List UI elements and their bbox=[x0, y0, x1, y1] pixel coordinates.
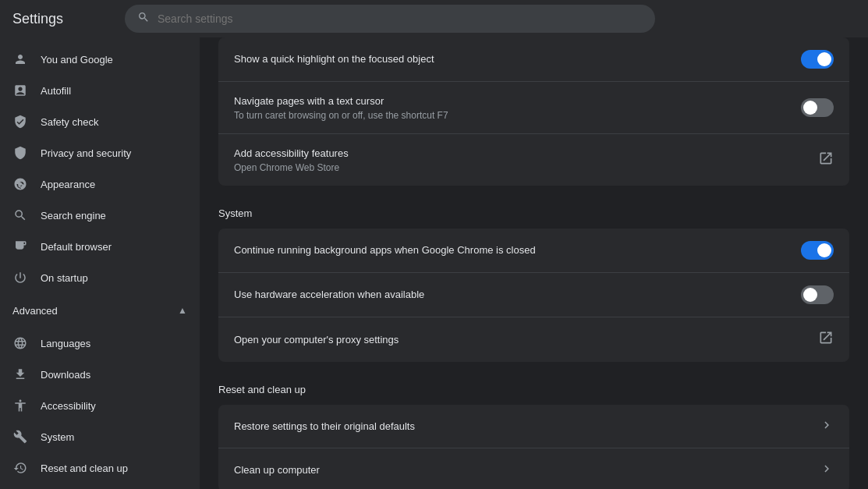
sidebar-label-reset: Reset and clean up bbox=[41, 462, 128, 474]
clean-up-computer-row[interactable]: Clean up computer bbox=[218, 448, 849, 489]
sidebar-label-default-browser: Default browser bbox=[41, 241, 112, 253]
advanced-chevron-icon: ▲ bbox=[178, 305, 187, 316]
highlight-focused-row[interactable]: Show a quick highlight on the focused ob… bbox=[218, 37, 849, 82]
sidebar-label-search-engine: Search engine bbox=[41, 210, 106, 221]
sidebar-item-downloads[interactable]: Downloads bbox=[0, 359, 200, 390]
add-accessibility-title: Add accessibility features bbox=[234, 147, 806, 161]
system-card: Continue running background apps when Go… bbox=[218, 229, 849, 362]
proxy-settings-row[interactable]: Open your computer's proxy settings bbox=[218, 317, 849, 362]
hardware-accel-title: Use hardware acceleration when available bbox=[234, 288, 788, 302]
main-layout: You and Google Autofill Safety check Pri… bbox=[0, 37, 868, 489]
sidebar-item-system[interactable]: System bbox=[0, 421, 200, 452]
accessibility-icon bbox=[12, 398, 28, 413]
clean-up-arrow bbox=[820, 462, 834, 479]
text-cursor-row[interactable]: Navigate pages with a text cursor To tur… bbox=[218, 82, 849, 134]
search-bar[interactable] bbox=[125, 5, 655, 33]
toggle-thumb-bg bbox=[817, 243, 831, 257]
sidebar-item-appearance[interactable]: Appearance bbox=[0, 168, 200, 200]
toggle-text-cursor[interactable] bbox=[801, 98, 834, 117]
add-accessibility-row[interactable]: Add accessibility features Open Chrome W… bbox=[218, 134, 849, 186]
sidebar: You and Google Autofill Safety check Pri… bbox=[0, 37, 200, 489]
highlight-focused-title: Show a quick highlight on the focused ob… bbox=[234, 52, 788, 66]
sidebar-item-privacy-security[interactable]: Privacy and security bbox=[0, 137, 200, 168]
sidebar-label-appearance: Appearance bbox=[41, 179, 95, 190]
sidebar-item-on-startup[interactable]: On startup bbox=[0, 262, 200, 293]
add-accessibility-external-icon bbox=[818, 151, 834, 170]
sidebar-label-languages: Languages bbox=[41, 338, 90, 349]
clean-up-title: Clean up computer bbox=[234, 463, 807, 477]
settings-title: Settings bbox=[12, 11, 106, 27]
appearance-icon bbox=[12, 176, 28, 192]
sidebar-label-you-and-google: You and Google bbox=[41, 54, 113, 66]
accessibility-card: Show a quick highlight on the focused ob… bbox=[218, 37, 849, 186]
add-accessibility-subtitle: Open Chrome Web Store bbox=[234, 162, 806, 173]
sidebar-item-default-browser[interactable]: Default browser bbox=[0, 231, 200, 262]
sidebar-label-privacy: Privacy and security bbox=[41, 147, 131, 159]
proxy-text: Open your computer's proxy settings bbox=[234, 333, 806, 347]
toggle-thumb-highlight bbox=[817, 52, 831, 66]
sidebar-item-safety-check[interactable]: Safety check bbox=[0, 106, 200, 137]
on-startup-icon bbox=[12, 270, 28, 285]
settings-header: Settings bbox=[0, 0, 868, 37]
toggle-hardware[interactable] bbox=[801, 285, 834, 304]
sidebar-label-on-startup: On startup bbox=[41, 272, 88, 284]
reset-card: Restore settings to their original defau… bbox=[218, 405, 849, 489]
hardware-accel-text: Use hardware acceleration when available bbox=[234, 288, 788, 302]
system-section-title: System bbox=[218, 192, 849, 229]
sidebar-item-languages[interactable]: Languages bbox=[0, 328, 200, 359]
clean-up-text: Clean up computer bbox=[234, 463, 807, 477]
safety-check-icon bbox=[12, 114, 28, 129]
background-apps-title: Continue running background apps when Go… bbox=[234, 243, 788, 257]
languages-icon bbox=[12, 335, 28, 351]
sidebar-item-search-engine[interactable]: Search engine bbox=[0, 200, 200, 231]
toggle-thumb-hw bbox=[803, 288, 817, 302]
search-icon bbox=[137, 11, 150, 27]
hardware-accel-toggle[interactable] bbox=[801, 285, 834, 304]
settings-content: Show a quick highlight on the focused ob… bbox=[200, 37, 868, 489]
search-engine-icon bbox=[12, 207, 28, 223]
person-icon bbox=[12, 51, 28, 67]
advanced-section-header[interactable]: Advanced ▲ bbox=[0, 293, 200, 328]
highlight-focused-toggle[interactable] bbox=[801, 50, 834, 69]
privacy-icon bbox=[12, 145, 28, 161]
background-apps-text: Continue running background apps when Go… bbox=[234, 243, 788, 257]
toggle-highlight[interactable] bbox=[801, 50, 834, 69]
hardware-acceleration-row[interactable]: Use hardware acceleration when available bbox=[218, 273, 849, 317]
sidebar-label-autofill: Autofill bbox=[41, 85, 71, 97]
advanced-label: Advanced bbox=[12, 305, 178, 317]
sidebar-item-reset-clean[interactable]: Reset and clean up bbox=[0, 452, 200, 484]
restore-defaults-title: Restore settings to their original defau… bbox=[234, 420, 807, 434]
proxy-title: Open your computer's proxy settings bbox=[234, 333, 806, 347]
reset-section-title: Reset and clean up bbox=[218, 368, 849, 405]
highlight-focused-text: Show a quick highlight on the focused ob… bbox=[234, 52, 788, 66]
restore-defaults-row[interactable]: Restore settings to their original defau… bbox=[218, 405, 849, 448]
add-accessibility-text: Add accessibility features Open Chrome W… bbox=[234, 147, 806, 173]
autofill-icon bbox=[12, 83, 28, 98]
text-cursor-title: Navigate pages with a text cursor bbox=[234, 94, 788, 108]
text-cursor-text: Navigate pages with a text cursor To tur… bbox=[234, 94, 788, 121]
sidebar-label-safety-check: Safety check bbox=[41, 116, 98, 128]
background-apps-row[interactable]: Continue running background apps when Go… bbox=[218, 229, 849, 273]
toggle-thumb-cursor bbox=[803, 101, 817, 115]
sidebar-label-system: System bbox=[41, 431, 74, 443]
sidebar-item-accessibility[interactable]: Accessibility bbox=[0, 390, 200, 421]
text-cursor-subtitle: To turn caret browsing on or off, use th… bbox=[234, 110, 788, 121]
restore-defaults-arrow bbox=[820, 418, 834, 435]
sidebar-item-autofill[interactable]: Autofill bbox=[0, 75, 200, 106]
restore-defaults-text: Restore settings to their original defau… bbox=[234, 420, 807, 434]
system-icon bbox=[12, 429, 28, 445]
search-input[interactable] bbox=[158, 12, 643, 25]
background-apps-toggle[interactable] bbox=[801, 241, 834, 260]
default-browser-icon bbox=[12, 239, 28, 254]
toggle-background[interactable] bbox=[801, 241, 834, 260]
sidebar-label-accessibility: Accessibility bbox=[41, 400, 96, 412]
downloads-icon bbox=[12, 367, 28, 382]
sidebar-label-downloads: Downloads bbox=[41, 369, 90, 381]
reset-icon bbox=[12, 460, 28, 476]
text-cursor-toggle[interactable] bbox=[801, 98, 834, 117]
sidebar-item-you-and-google[interactable]: You and Google bbox=[0, 44, 200, 75]
proxy-external-icon bbox=[818, 330, 834, 349]
